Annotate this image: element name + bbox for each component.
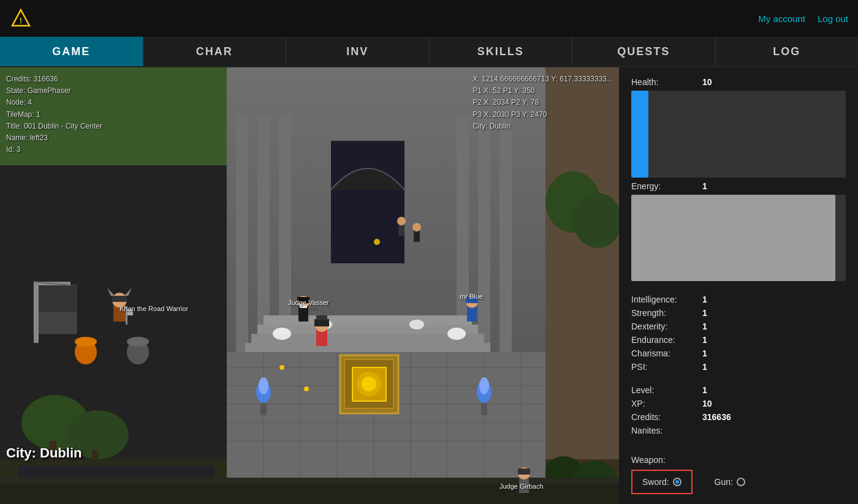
gun-label: Gun: <box>715 477 733 487</box>
charisma-label: Charisma: <box>631 348 699 358</box>
nav-tabs: GAME CHAR INV SKILLS QUESTS LOG <box>0 37 858 67</box>
psi-label: PSI: <box>631 362 699 372</box>
debug-overlay: Credits: 316636 State: GamePhaser Node: … <box>6 73 102 156</box>
sword-radio[interactable] <box>673 478 681 486</box>
dexterity-label: Dexterity: <box>631 322 699 331</box>
debug-title: Title: 001 Dublin - City Center <box>6 121 102 132</box>
xp-label: XP: <box>631 399 699 408</box>
tab-quests[interactable]: QUESTS <box>572 37 716 66</box>
main-content: Credits: 316636 State: GamePhaser Node: … <box>0 67 858 504</box>
weapon-section: Weapon: Sword: Gun: <box>631 455 846 494</box>
svg-rect-84 <box>308 308 317 311</box>
svg-point-14 <box>75 337 97 347</box>
svg-point-98 <box>412 223 421 231</box>
spacer-1 <box>631 285 846 291</box>
stats-sidebar: Health: 10 Energy: 1 Intelligence: 1 Str… <box>619 67 858 504</box>
debug-p1: P1 X: 52 P1 Y: 350 <box>473 85 613 97</box>
char-label-vasser: Judge Vasser <box>288 299 328 306</box>
intelligence-row: Intelligence: 1 <box>631 295 846 304</box>
svg-rect-88 <box>316 315 327 320</box>
weapon-options: Sword: Gun: <box>631 470 846 494</box>
xp-row: XP: 10 <box>631 399 846 408</box>
svg-text:!: ! <box>20 17 22 25</box>
endurance-row: Endurance: 1 <box>631 335 846 345</box>
dexterity-value: 1 <box>702 322 707 331</box>
topbar: ! My account Log out <box>0 0 858 37</box>
xp-value: 10 <box>702 399 712 408</box>
svg-rect-69 <box>260 403 267 415</box>
debug-p3: P3 X: 2030 P3 Y: 2470 <box>473 109 613 121</box>
debug-name: Name: left23 <box>6 132 102 144</box>
tab-char[interactable]: CHAR <box>143 37 287 66</box>
strength-label: Strength: <box>631 308 699 318</box>
energy-bar-fill <box>631 195 835 282</box>
debug-id: Id: 3 <box>6 144 102 156</box>
svg-rect-27 <box>499 116 512 361</box>
svg-rect-75 <box>112 296 127 302</box>
charisma-row: Charisma: 1 <box>631 348 846 358</box>
topbar-left: ! <box>10 7 32 29</box>
credits-label: Credits: <box>631 412 699 422</box>
endurance-value: 1 <box>702 335 707 345</box>
char-label-khan: Khan the Road Warrior <box>120 305 188 312</box>
energy-label: Energy: <box>631 181 699 191</box>
svg-rect-28 <box>331 141 404 263</box>
level-value: 1 <box>702 385 707 395</box>
logout-link[interactable]: Log out <box>818 13 848 24</box>
char-label-mrblue: mr Blue <box>460 293 483 300</box>
svg-rect-22 <box>236 116 248 361</box>
svg-rect-10 <box>18 465 214 478</box>
intelligence-value: 1 <box>702 295 707 304</box>
svg-rect-26 <box>478 116 490 361</box>
debug-state: State: GamePhaser <box>6 85 102 97</box>
tab-game[interactable]: GAME <box>0 37 143 66</box>
city-label: City: Dublin <box>6 445 82 461</box>
weapon-gun-option[interactable]: Gun: <box>704 470 756 494</box>
svg-point-51 <box>362 377 376 391</box>
svg-rect-56 <box>545 67 619 504</box>
health-label: Health: <box>631 77 699 87</box>
my-account-link[interactable]: My account <box>758 13 805 24</box>
game-area[interactable]: Credits: 316636 State: GamePhaser Node: … <box>0 67 619 504</box>
sword-label: Sword: <box>642 477 669 487</box>
svg-rect-72 <box>481 403 487 415</box>
weapon-sword-option[interactable]: Sword: <box>631 470 693 494</box>
energy-row: Energy: 1 <box>631 181 846 191</box>
svg-point-55 <box>447 328 466 340</box>
svg-point-71 <box>479 377 489 394</box>
svg-point-66 <box>374 239 380 245</box>
svg-point-54 <box>409 320 424 329</box>
tab-log[interactable]: LOG <box>716 37 859 66</box>
level-row: Level: 1 <box>631 385 846 395</box>
svg-rect-17 <box>34 282 39 343</box>
svg-rect-12 <box>34 312 77 334</box>
energy-bar-container <box>631 195 846 282</box>
spacer-2 <box>631 375 846 382</box>
dexterity-row: Dexterity: 1 <box>631 322 846 331</box>
gun-radio[interactable] <box>737 478 745 486</box>
health-value: 10 <box>702 77 712 87</box>
debug-node: Node: 4 <box>6 97 102 108</box>
nanites-label: Nanites: <box>631 426 699 435</box>
svg-rect-32 <box>264 315 472 325</box>
char-label-girbach: Judge Girbach <box>499 483 544 490</box>
psi-row: PSI: 1 <box>631 362 846 372</box>
svg-point-64 <box>279 365 284 370</box>
credits-value: 316636 <box>702 412 731 422</box>
tab-inv[interactable]: INV <box>286 37 430 66</box>
psi-value: 1 <box>702 362 707 372</box>
charisma-value: 1 <box>702 348 707 358</box>
health-row: Health: 10 <box>631 77 846 87</box>
tab-skills[interactable]: SKILLS <box>430 37 573 66</box>
debug-x: X: 1214.666666666713 Y: 617.33333333... <box>473 73 613 85</box>
spacer-3 <box>631 439 846 445</box>
svg-point-16 <box>127 337 149 347</box>
svg-point-65 <box>304 386 309 391</box>
debug-p2: P2 X: 2034 P2 Y: 78 <box>473 97 613 108</box>
debug-city: City: Dublin <box>473 121 613 132</box>
svg-rect-29 <box>245 343 490 352</box>
nanites-row: Nanites: <box>631 426 846 435</box>
weapon-label: Weapon: <box>631 455 846 465</box>
svg-point-96 <box>397 217 406 225</box>
debug-credits: Credits: 316636 <box>6 73 102 85</box>
